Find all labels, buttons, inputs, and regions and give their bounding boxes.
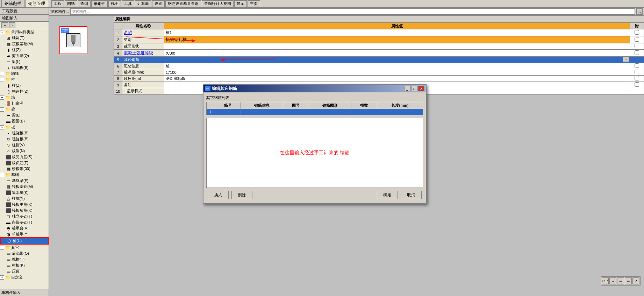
tab-guanli[interactable]: 钢筋管理: [25, 0, 48, 7]
modal-maximize-btn[interactable]: □: [411, 86, 417, 91]
toolbar-btn-chaxunhang[interactable]: 查询行计大视图: [202, 0, 234, 7]
float-btn-zhong[interactable]: □中: [602, 277, 609, 284]
attach-check-3[interactable]: [635, 44, 639, 48]
tree-expand-zhouxian[interactable]: -: [0, 72, 4, 76]
tree-item-zhouxian[interactable]: - 📁 轴线: [0, 71, 49, 77]
prop-value-8[interactable]: 基础底标高: [164, 76, 630, 82]
toolbar-btn-chaxun[interactable]: 查询: [78, 0, 91, 7]
prop-value-7[interactable]: 17100: [164, 69, 630, 76]
search-button[interactable]: 🔍: [636, 8, 643, 15]
sidebar-minus-btn[interactable]: -: [9, 22, 15, 28]
prop-name-10[interactable]: + 显示样式: [122, 88, 164, 94]
tree-expand-lianggroup[interactable]: -: [0, 107, 4, 112]
toolbar-btn-xianshi[interactable]: 显示: [234, 0, 247, 7]
attach-check-8[interactable]: [635, 76, 639, 80]
modal-cell-barno-1[interactable]: [215, 109, 241, 115]
tree-item-fabanzhu[interactable]: ⬛ 筏板主筋(K): [0, 202, 49, 207]
tree-item-zhi[interactable]: ⬡ 桩(U): [0, 237, 49, 245]
tree-item-jichu[interactable]: - 📁 基础: [0, 172, 49, 178]
modal-cell-figno-1[interactable]: [283, 109, 309, 115]
toolbar-btn-gongju[interactable]: 工具: [122, 0, 134, 7]
modal-close-btn[interactable]: ✕: [418, 86, 424, 91]
modal-cell-shape-1[interactable]: [309, 109, 351, 115]
float-btn-right[interactable]: ⇒: [625, 277, 632, 284]
tree-item-danzhuc[interactable]: ◑ 单桩承(Y): [0, 231, 49, 237]
tree-item-gouzaozhu[interactable]: ▯ 构造柱(Z): [0, 89, 49, 94]
tree-item-xianjiaoban2[interactable]: ▪ 现浇板(B): [0, 130, 49, 136]
modal-cell-count-1[interactable]: [351, 109, 377, 115]
toolbar-btn-jisuan[interactable]: 计算新: [135, 0, 151, 7]
tree-expand-qita[interactable]: -: [0, 246, 4, 250]
prop-value-3[interactable]: [164, 43, 630, 50]
tree-item-banshouli[interactable]: ⬛ 板受力筋(S): [0, 154, 49, 160]
sidebar-add-btn[interactable]: +: [1, 22, 8, 28]
toolbar-btn-gongcheng[interactable]: 工程: [51, 0, 64, 7]
section-gongchengshezhi[interactable]: 工程设置: [0, 8, 49, 15]
tree-item-zhugroup[interactable]: - 📁 柱: [0, 77, 49, 83]
float-btn-diag[interactable]: ↗: [632, 277, 639, 284]
tree-item-zidingyi[interactable]: + 📁 自定义: [0, 274, 49, 280]
dots-button[interactable]: ···: [623, 57, 629, 62]
tree-item-jishui[interactable]: ⬛ 集水坑(K): [0, 190, 49, 196]
tree-item-yading[interactable]: ▭ 压顶: [0, 268, 49, 274]
attach-check-2[interactable]: [635, 37, 639, 42]
tree-item-qianggroup[interactable]: + 📁 墙: [0, 94, 49, 100]
tree-expand-zhugroup[interactable]: -: [0, 78, 4, 82]
modal-cell-info-1[interactable]: [241, 109, 283, 115]
attach-check-4[interactable]: [635, 50, 639, 55]
modal-cancel-btn[interactable]: 取消: [401, 191, 422, 199]
toolbar-btn-dangang[interactable]: 单钢件: [91, 0, 108, 7]
tree-item-menchuangdong[interactable]: 🚪 门窗洞: [0, 100, 49, 106]
tree-item-zhumao[interactable]: ▽ 柱帽(V): [0, 142, 49, 148]
tree-item-tiaoeyan[interactable]: ▭ 挑檐(T): [0, 256, 49, 262]
tree-item-zhukeng[interactable]: △ 柱坑(Y): [0, 196, 49, 202]
section-huituinput[interactable]: 绘图输入: [0, 15, 49, 22]
prop-value-4[interactable]: (C30): [164, 50, 630, 57]
modal-confirm-btn[interactable]: 确定: [377, 191, 398, 199]
tree-item-tiaoxing[interactable]: ▬ 条形基础(T): [0, 219, 49, 225]
tree-item-faban[interactable]: ▦ 筏板基础(M): [0, 41, 49, 47]
attach-check-1[interactable]: [635, 30, 639, 35]
tree-item-quanliang[interactable]: ▬ 圈梁(B): [0, 118, 49, 124]
modal-minimize-btn[interactable]: _: [404, 86, 410, 91]
tree-item-jichuliang[interactable]: ━ 基础梁(F): [0, 178, 49, 184]
tree-item-liang1[interactable]: ━ 梁(L): [0, 59, 49, 65]
float-btn-swap[interactable]: ↔: [609, 277, 616, 284]
tree-expand-qianggroup[interactable]: +: [0, 96, 4, 100]
tree-item-banfujin[interactable]: ⬛ 板负筋(F): [0, 160, 49, 166]
toolbar-btn-gangshezhi[interactable]: 钢筋设置基量查询: [165, 0, 201, 7]
modal-delete-btn[interactable]: 删除: [231, 191, 252, 199]
tree-item-duli[interactable]: ◻ 独立基础(T): [0, 213, 49, 219]
prop-value-2[interactable]: 机械钻孔桩 选择桩的类型: [164, 36, 630, 43]
modal-dialog[interactable]: ✏ 编辑其它钢筋 _ □ ✕ 其它钢筋列表: 筋号 钢筋信息 图号 钢筋图形 根…: [203, 84, 427, 204]
tree-item-fabanfu[interactable]: ⬛ 筏板负筋(K): [0, 207, 49, 213]
tree-item-luoxuanban[interactable]: ↺ 螺旋板(B): [0, 136, 49, 142]
tree-item-bandong[interactable]: ○ 板洞(N): [0, 148, 49, 154]
prop-value-5[interactable]: ··· 点击右侧的 三点: [164, 57, 630, 63]
tree-item-houjaodai[interactable]: ▭ 后浇带(O): [0, 251, 49, 256]
toolbar-btn-zhuye[interactable]: 主页: [248, 0, 260, 7]
tree-item-zhuchen[interactable]: ◓ 桩承台(V): [0, 225, 49, 231]
attach-check-6[interactable]: [635, 63, 639, 68]
tab-fanyang[interactable]: 钢筋翻样: [1, 0, 24, 7]
tree-expand-jichu[interactable]: -: [0, 173, 4, 177]
tree-expand-bangroup[interactable]: -: [0, 125, 4, 129]
tree-item-fabanjichum[interactable]: ▦ 筏板基础(M): [0, 184, 49, 190]
float-btn-left[interactable]: ⇐: [617, 277, 624, 284]
modal-cell-length-1[interactable]: [377, 109, 423, 115]
toolbar-btn-shezhi[interactable]: 设置: [152, 0, 165, 7]
tree-item-qitaGroup[interactable]: - 📁 其它: [0, 245, 49, 251]
prop-value-1[interactable]: 桩1: [164, 29, 630, 36]
tree-item-zhu1[interactable]: ▮ 柱(Z): [0, 47, 49, 53]
tree-item-loubandai[interactable]: ▦ 楼板带(00): [0, 166, 49, 172]
prop-link-1[interactable]: 名称: [124, 30, 132, 35]
attach-check-9[interactable]: [635, 82, 639, 87]
tree-item-zhu2[interactable]: ▮ 柱(Z): [0, 83, 49, 89]
tree-item-bangroup[interactable]: - 📁 板: [0, 124, 49, 130]
toolbar-btn-tuzhi[interactable]: 图纸: [65, 0, 77, 7]
tree-item-xianjiaoban1[interactable]: ▪ 现浇板(B): [0, 65, 49, 71]
prop-value-6[interactable]: 桩: [164, 63, 630, 69]
tree-item-liang2[interactable]: ━ 梁(L): [0, 112, 49, 118]
modal-table-row[interactable]: 1: [207, 109, 423, 115]
search-input[interactable]: [70, 8, 635, 15]
